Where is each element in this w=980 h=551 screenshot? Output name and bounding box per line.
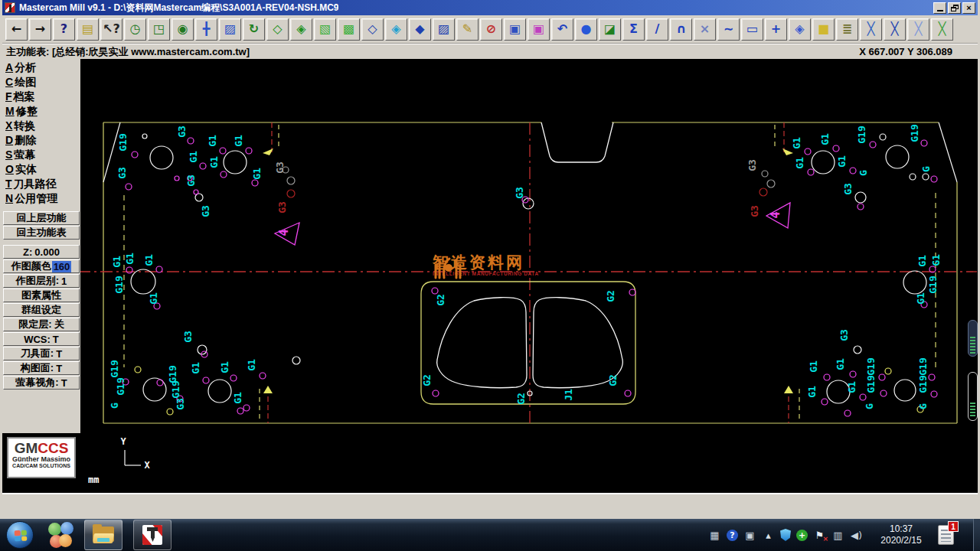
status-button-1[interactable]: 作图颜色160	[3, 259, 80, 273]
solids-box-button[interactable]: ■	[812, 18, 835, 41]
gview-top-button[interactable]: ◇	[266, 18, 289, 41]
sidebar-status: Z:0.000作图颜色160作图层别:1图素属性群组设定限定层:关WCS:T刀具…	[2, 245, 80, 390]
status-button-4[interactable]: 群组设定	[3, 303, 80, 317]
status-button-8[interactable]: 构图面:T	[3, 361, 80, 375]
gview-iso-button[interactable]: ▩	[338, 18, 360, 41]
mastercam-taskbar-button[interactable]	[133, 520, 172, 550]
shading-sphere-button[interactable]: ●	[575, 18, 597, 41]
trim-curves-button[interactable]: ×	[694, 18, 716, 41]
nav-button-0[interactable]: 回上层功能	[3, 211, 80, 225]
xform-trim3-button[interactable]: ╳	[907, 18, 929, 41]
notification-doc-icon[interactable]: 1	[938, 525, 954, 545]
show-desktop-button[interactable]	[973, 519, 980, 551]
prompt-area[interactable]	[2, 493, 978, 517]
line-button[interactable]: /	[646, 18, 668, 41]
rectangle-button[interactable]: ▭	[741, 18, 763, 41]
repaint-button[interactable]: ▨	[219, 18, 241, 41]
pinned-app-icon[interactable]	[47, 522, 74, 548]
xform-trim1-button[interactable]: ╳	[860, 18, 882, 41]
status-button-5[interactable]: 限定层:关	[3, 318, 80, 331]
overlay-slider-top[interactable]	[968, 320, 978, 357]
spline-button[interactable]: ∼	[717, 18, 740, 41]
delete-pencil-button[interactable]: ⊘	[480, 18, 502, 41]
point-button[interactable]: +	[765, 18, 787, 41]
zoom-window-button[interactable]: ◳	[148, 18, 170, 41]
status-button-7[interactable]: 刀具面:T	[3, 347, 80, 360]
cad-label: G1	[794, 157, 805, 169]
xform-trim2-button[interactable]: ╳	[884, 18, 906, 41]
close-button[interactable]: ×	[962, 2, 975, 14]
action-center-flag-icon[interactable]: ⚑×	[813, 530, 826, 541]
copy-attributes-button[interactable]: ▣	[528, 18, 550, 41]
menu-item-A[interactable]: A分析	[2, 60, 80, 75]
arc-button[interactable]: ∩	[670, 18, 692, 41]
menu-item-N[interactable]: N公用管理	[2, 191, 80, 206]
status-button-0[interactable]: Z:0.000	[3, 245, 80, 259]
file-cabinet-button[interactable]: ▤	[77, 18, 99, 41]
restore-button[interactable]	[948, 2, 961, 14]
cad-circle	[762, 171, 768, 177]
analyze-cursor-button[interactable]: ↖?	[100, 18, 122, 41]
windows-flag-icon	[15, 530, 28, 542]
drawing-canvas[interactable]: G19G3G3G1G1G1G1G1G3G3G3G34G3G3G34G1G1G19…	[80, 59, 978, 493]
cad-label: Y	[120, 436, 126, 447]
title-bar[interactable]: Mastercam Mill v9.1 - D:\资料网Mastercam编程\…	[2, 0, 978, 15]
cad-circle	[931, 176, 937, 182]
minimize-button[interactable]	[933, 2, 946, 14]
menu-item-S[interactable]: S萤幕	[2, 148, 80, 162]
security-shield-icon[interactable]	[780, 529, 791, 541]
menu-item-O[interactable]: O实体	[2, 162, 80, 177]
start-button[interactable]	[6, 521, 34, 549]
volume-icon[interactable]: ◀)	[850, 530, 863, 541]
gview-front-button[interactable]: ◈	[290, 18, 312, 41]
cplane-iso-button[interactable]: ▨	[433, 18, 455, 41]
status-button-3[interactable]: 图素属性	[3, 289, 80, 302]
arrow-bottom-left	[263, 386, 273, 393]
nav-button-1[interactable]: 回主功能表	[3, 226, 80, 240]
zoom-auto-button[interactable]: ◉	[172, 18, 194, 41]
surface-button[interactable]: ◈	[789, 18, 811, 41]
menu-item-X[interactable]: X转换	[2, 119, 80, 133]
explorer-taskbar-button[interactable]	[84, 520, 122, 550]
menu-item-C[interactable]: C绘图	[2, 75, 80, 90]
cplane-front-button[interactable]: ◈	[385, 18, 407, 41]
menu-item-M[interactable]: M修整	[2, 104, 80, 119]
taskbar-clock[interactable]: 10:37 2020/2/15	[876, 523, 926, 546]
operations-manager-button[interactable]: ≣	[836, 18, 858, 41]
gview-side-button[interactable]: ▧	[314, 18, 336, 41]
cad-label: J1	[563, 389, 574, 401]
menu-item-T[interactable]: T刀具路径	[2, 177, 80, 191]
copy-entities-button[interactable]: ▣	[504, 18, 526, 41]
pan-button[interactable]: ╋	[195, 18, 217, 41]
status-button-2[interactable]: 作图层别:1	[3, 274, 80, 288]
forward-button[interactable]: →	[29, 18, 51, 41]
cplane-top-button[interactable]: ◇	[361, 18, 384, 41]
help-button[interactable]: ?	[53, 18, 75, 41]
cad-circle	[150, 146, 173, 169]
copy-solid-button[interactable]: ◪	[599, 18, 621, 41]
cad-label: G1	[190, 362, 201, 374]
zoom-dynamic-button[interactable]: ◷	[124, 18, 146, 41]
menu-item-F[interactable]: F档案	[2, 90, 80, 104]
cad-circle	[808, 169, 814, 175]
network-status-icon[interactable]: ▥	[831, 530, 844, 541]
xform-trim4-button[interactable]: ╳	[931, 18, 953, 41]
hidden-icons-button[interactable]: ▴	[762, 530, 775, 541]
cad-label: G1	[846, 381, 858, 393]
menu-item-D[interactable]: D删除	[2, 133, 80, 148]
overlay-slider-bottom[interactable]	[968, 372, 978, 421]
window-popout-icon[interactable]: ▣	[743, 530, 756, 541]
attributes-pencil-button[interactable]: ✎	[456, 18, 479, 41]
rotate-view-button[interactable]: ↻	[243, 18, 265, 41]
status-button-9[interactable]: 萤幕视角:T	[3, 376, 80, 390]
cplane-side-button[interactable]: ◆	[409, 18, 431, 41]
undo-button[interactable]: ↶	[551, 18, 573, 41]
keyboard-icon[interactable]: ▦	[708, 530, 721, 541]
help-badge-icon[interactable]: ?	[727, 530, 738, 541]
calculator-sigma-button[interactable]: Σ	[622, 18, 645, 41]
antivirus-plus-icon[interactable]: +	[796, 530, 808, 541]
cad-label: G3	[274, 161, 286, 174]
cad-circle	[850, 371, 856, 377]
status-button-6[interactable]: WCS:T	[3, 332, 80, 346]
back-button[interactable]: ←	[5, 18, 28, 41]
